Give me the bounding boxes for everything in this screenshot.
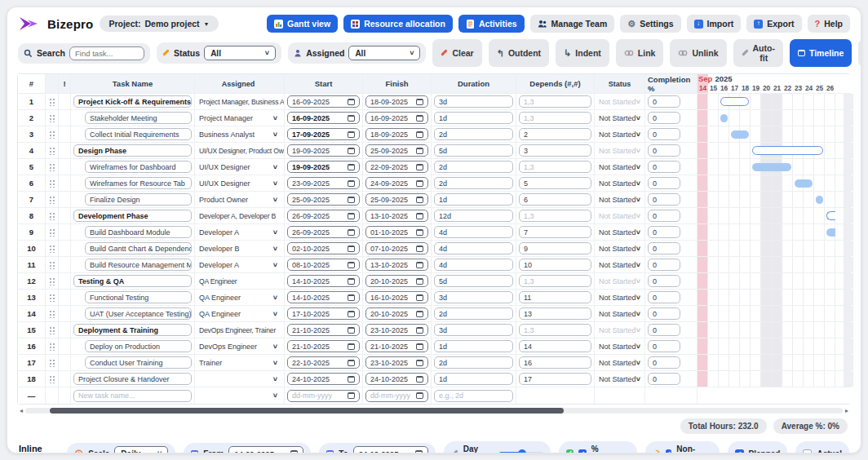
- duration-input[interactable]: 3d: [434, 324, 513, 336]
- drag-handle[interactable]: [46, 338, 59, 354]
- start-date-input[interactable]: 26-09-2025: [287, 226, 360, 238]
- depends-input[interactable]: 7: [519, 226, 591, 238]
- assigned-value[interactable]: Project Manager: [199, 114, 253, 122]
- top-button-gantt-view[interactable]: Gantt view: [267, 15, 338, 33]
- gantt-bar-child[interactable]: [752, 163, 791, 171]
- top-button-resource-allocation[interactable]: Resource allocation: [343, 15, 453, 33]
- drag-handle[interactable]: [46, 322, 59, 338]
- status-select[interactable]: Not Started˅: [595, 306, 645, 321]
- finish-date-input[interactable]: 23-10-2025: [365, 324, 428, 336]
- checkbox[interactable]: ✓: [578, 449, 586, 454]
- completion-input[interactable]: 0: [648, 161, 680, 173]
- top-button-activities[interactable]: Activities: [458, 15, 525, 33]
- finish-date-input[interactable]: 13-10-2025: [365, 259, 428, 271]
- project-selector[interactable]: Project: Demo project ▼: [100, 15, 218, 32]
- depends-input[interactable]: 11: [519, 291, 591, 303]
- finish-date-input[interactable]: 20-10-2025: [365, 307, 428, 320]
- assigned-value[interactable]: Business Analyst: [199, 130, 255, 139]
- completion-input[interactable]: 0: [648, 112, 680, 124]
- toolbar-button-progress[interactable]: Progress: [858, 39, 861, 67]
- start-date-input[interactable]: 08-10-2025: [287, 259, 360, 271]
- task-name-input[interactable]: Functional Testing: [85, 291, 192, 303]
- depends-input[interactable]: 1,3: [519, 112, 591, 124]
- task-name-input[interactable]: Deploy on Production: [85, 340, 192, 352]
- status-select[interactable]: Not Started˅: [595, 192, 645, 207]
- finish-date-input[interactable]: 25-09-2025: [365, 144, 428, 157]
- finish-date-input[interactable]: 18-09-2025: [365, 128, 428, 140]
- start-date-input[interactable]: 14-10-2025: [287, 291, 360, 303]
- duration-input[interactable]: 4d: [434, 242, 513, 254]
- gantt-bar-child[interactable]: [816, 196, 823, 204]
- new-task-date-input[interactable]: dd-mm-yyyy: [287, 390, 360, 402]
- finish-date-input[interactable]: 01-10-2025: [365, 226, 428, 238]
- drag-handle[interactable]: [46, 290, 59, 305]
- to-date-input[interactable]: 24-10-2025: [353, 446, 428, 453]
- completion-input[interactable]: 0: [648, 291, 680, 303]
- slider-knob[interactable]: [518, 449, 526, 453]
- duration-input[interactable]: 4d: [434, 259, 513, 271]
- start-date-input[interactable]: 02-10-2025: [287, 242, 360, 254]
- task-name-input[interactable]: Deployment & Training: [73, 324, 192, 336]
- depends-input[interactable]: 9: [519, 242, 591, 254]
- toolbar-button-link[interactable]: Link: [616, 39, 664, 67]
- completion-input[interactable]: 0: [648, 226, 680, 238]
- task-name-input[interactable]: Build Gantt Chart & Dependencies: [85, 242, 192, 254]
- start-date-input[interactable]: 19-09-2025: [287, 161, 360, 173]
- start-date-input[interactable]: 25-09-2025: [287, 193, 360, 206]
- finish-date-input[interactable]: 18-09-2025: [365, 95, 428, 108]
- duration-input[interactable]: 5d: [434, 144, 513, 157]
- completion-input[interactable]: 0: [648, 128, 680, 140]
- assigned-filter-select[interactable]: All ˅: [348, 46, 420, 60]
- assigned-value[interactable]: QA Engineer: [199, 310, 241, 318]
- finish-date-input[interactable]: 24-09-2025: [365, 177, 428, 189]
- finish-date-input[interactable]: 20-10-2025: [365, 275, 428, 287]
- top-button-import[interactable]: ↓Import: [687, 15, 742, 33]
- depends-input[interactable]: 16: [519, 356, 591, 369]
- duration-input[interactable]: 2d: [434, 177, 513, 189]
- scrollbar-thumb[interactable]: [50, 408, 564, 414]
- assigned-value[interactable]: DevOps Engineer: [199, 343, 257, 351]
- task-name-input[interactable]: Collect Initial Requirements: [85, 128, 192, 140]
- toolbar-button-unlink[interactable]: Unlink: [670, 39, 726, 67]
- status-select[interactable]: Not Started˅: [595, 257, 645, 272]
- assigned-value[interactable]: Developer B: [199, 245, 240, 253]
- gantt-bar-parent[interactable]: [752, 146, 823, 155]
- depends-input[interactable]: 6: [519, 193, 591, 206]
- completion-input[interactable]: 0: [648, 340, 680, 352]
- task-name-input[interactable]: Build Dashboard Module: [85, 226, 192, 238]
- status-select[interactable]: Not Started˅: [595, 241, 645, 256]
- toolbar-button-timeline[interactable]: Timeline: [790, 39, 852, 67]
- toolbar-button-clear[interactable]: Clear: [432, 39, 481, 67]
- checkbox[interactable]: [803, 449, 812, 454]
- start-date-input[interactable]: 19-09-2025: [287, 144, 360, 157]
- scrollbar-track[interactable]: [25, 408, 843, 414]
- drag-handle[interactable]: [46, 371, 59, 387]
- finish-date-input[interactable]: 21-10-2025: [365, 340, 428, 352]
- status-select[interactable]: Not Started˅: [595, 126, 645, 142]
- finish-date-input[interactable]: 07-10-2025: [365, 242, 428, 254]
- drag-handle[interactable]: [46, 208, 59, 223]
- depends-input[interactable]: 3: [519, 144, 591, 157]
- depends-input[interactable]: 17: [519, 373, 591, 385]
- gantt-bar-child[interactable]: [795, 179, 813, 188]
- start-date-input[interactable]: 21-10-2025: [287, 340, 360, 352]
- status-filter-select[interactable]: All ˅: [204, 46, 276, 60]
- search-input[interactable]: [69, 46, 144, 60]
- start-date-input[interactable]: 16-09-2025: [287, 95, 360, 108]
- completion-input[interactable]: 0: [648, 242, 680, 254]
- duration-input[interactable]: 2d: [434, 161, 513, 173]
- start-date-input[interactable]: 14-10-2025: [287, 275, 360, 287]
- assigned-value[interactable]: Product Owner: [199, 196, 248, 204]
- completion-input[interactable]: 0: [648, 259, 680, 271]
- completion-input[interactable]: 0: [648, 324, 680, 336]
- duration-input[interactable]: 4d: [434, 226, 513, 238]
- drag-handle[interactable]: [46, 306, 59, 321]
- assigned-value[interactable]: Developer A: [199, 261, 239, 269]
- assigned-value[interactable]: UI/UX Designer: [199, 179, 250, 188]
- status-select[interactable]: Not Started˅: [595, 224, 645, 240]
- duration-input[interactable]: 5d: [434, 275, 513, 287]
- completion-input[interactable]: 0: [648, 144, 680, 157]
- depends-input[interactable]: 13: [519, 307, 591, 320]
- depends-input[interactable]: 14: [519, 340, 591, 352]
- status-select[interactable]: Not Started˅: [595, 159, 645, 175]
